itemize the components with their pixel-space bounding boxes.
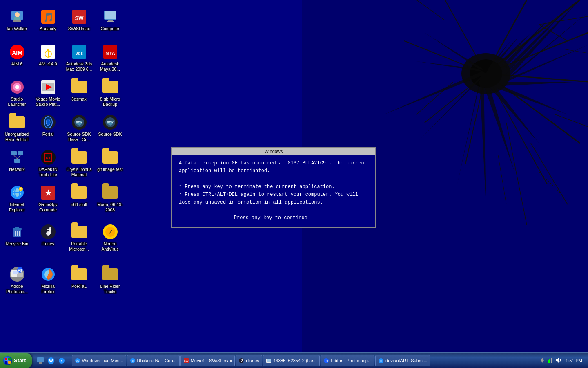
tray-expand-btn[interactable] [539,356,545,365]
svg-text:e: e [131,359,134,363]
svg-rect-97 [8,358,11,360]
icon-itunes[interactable]: iTunes [33,221,63,249]
ie-quick[interactable]: e [57,356,67,366]
svg-text:e: e [380,359,382,363]
taskbar-item-46385[interactable]: 46385_62854-2 (Re... [263,355,320,366]
svg-rect-98 [5,361,7,364]
windows-orb [3,356,12,365]
taskbar-item-movie1[interactable]: SW Movie1 - SWiSHmax [180,355,235,366]
desktop: Ian Walker AIM AIM 6 Studio Launcher [0,0,588,352]
icon-aim6[interactable]: AIM AIM 6 [2,41,32,70]
taskbar-item-windows-live[interactable]: W Windows Live Mes... [72,355,126,366]
taskbar-item-editor-photoshop[interactable]: Ps Editor - Photoshop... [321,355,374,366]
taskbar-item-itunes[interactable]: iTunes [236,355,262,366]
svg-text:3ds: 3ds [75,51,83,56]
icon-3dsmax-folder[interactable]: 3dsmax [64,76,94,105]
icon-network-label: Network [9,167,25,172]
icon-crysis-bonus[interactable]: Crysis Bonus Material [64,146,94,180]
icon-source-sdk-base-label: Source SDK Base - Or... [66,132,92,142]
icon-source-sdk-base[interactable]: SDK Source SDK Base - Or... [64,111,94,145]
icon-studio-launcher-label: Studio Launcher [4,96,30,107]
svg-text:e: e [20,187,22,191]
taskbar-item-rhiikoru[interactable]: e Rhiikoru-Na - Con... [127,355,180,366]
svg-rect-124 [548,360,549,363]
icon-autodesk-3ds-label: Autodesk 3ds Max 2009 6... [66,61,92,72]
svg-rect-54 [107,21,114,22]
bsod-line1: A fatal exception 0E has occurred at 013… [179,159,368,167]
icon-portable-ms[interactable]: Portable Microsof... [64,221,94,254]
icon-am-v14[interactable]: AM v14.0 [33,41,63,70]
taskbar-item-deviantart[interactable]: e deviantART: Submi... [375,355,430,366]
icon-mozilla-firefox[interactable]: Mozilla Firefox [33,263,63,297]
svg-text:SDK: SDK [76,121,82,124]
icon-internet-explorer[interactable]: e Internet Explorer [2,182,32,215]
taskbar-label-itunes: iTunes [246,358,259,363]
icon-daemon-tools[interactable]: DT DAEMON Tools Lite [33,146,63,180]
svg-point-25 [15,12,20,17]
icon-unorganized-halo-label: Unorganized Halo Schtuff [4,132,30,142]
system-tray: 1:51 PM [536,356,588,365]
svg-rect-60 [11,151,17,155]
icon-ian-walker[interactable]: Ian Walker [2,6,32,34]
bsod-line2: application will be terminated. [179,167,368,175]
tray-network-icon [547,357,553,364]
icon-audacity[interactable]: 🎵 Audacity [33,6,63,34]
icon-portable-ms-label: Portable Microsof... [66,241,92,251]
icon-studio-launcher[interactable]: Studio Launcher [2,76,32,110]
icon-recycle-bin[interactable]: Recycle Bin [2,221,32,249]
icon-n64-stuff[interactable]: n64 stuff [64,182,94,210]
svg-text:W: W [76,359,79,363]
icon-swishmax-label: SWiSHmax [68,26,90,31]
bsod-bullet2: * Press CTRL+ALT+DEL again to restart yo… [179,191,368,199]
taskbar-label-editor-photoshop: Editor - Photoshop... [331,358,372,363]
svg-rect-77 [15,227,19,228]
svg-rect-91 [13,271,18,274]
show-desktop-btn[interactable] [36,356,45,366]
svg-rect-100 [37,357,44,362]
icon-ian-walker-label: Ian Walker [7,26,27,31]
icon-norton[interactable]: ✓ Norton AntiVirus [95,221,125,254]
svg-text:e: e [60,359,62,363]
bsod-title-bar: Windows [172,148,375,155]
bsod-content: A fatal exception 0E has occurred at 013… [172,155,375,227]
windows-live-quick[interactable]: W [46,356,56,366]
icon-network[interactable]: Network [2,146,32,175]
icon-gamespy[interactable]: ★ GameSpy Comrade [33,182,63,215]
icon-moon[interactable]: Moon, 06-19-2008 [95,182,125,215]
svg-text:SW: SW [184,359,189,362]
icon-computer[interactable]: Computer [95,6,125,34]
bsod-bullet1: * Press any key to terminate the current… [179,183,368,191]
icon-autodesk-maya[interactable]: MYA Autodesk Maya 20... [95,41,125,74]
svg-rect-52 [105,11,116,19]
icon-photoshop-label: Adobe Photosho... [4,284,30,294]
icon-source-sdk[interactable]: SDK Source SDK [95,111,125,140]
svg-text:DT: DT [46,156,51,160]
svg-rect-125 [549,359,550,363]
svg-rect-96 [5,358,7,360]
svg-text:★: ★ [45,189,52,197]
icon-autodesk-3ds[interactable]: 3ds Autodesk 3ds Max 2009 6... [64,41,94,74]
clock-time: 1:51 PM [566,358,582,363]
svg-rect-118 [267,359,271,362]
icon-adobe-photoshop[interactable]: Ps Adobe Photosho... [2,263,32,297]
svg-text:W: W [49,359,53,363]
bsod-bullet3: lose any unsaved information in all appl… [179,199,368,206]
icon-itunes-label: iTunes [42,241,54,247]
bsod-dialog[interactable]: Windows A fatal exception 0E has occurre… [172,147,376,228]
taskbar-label-movie1: Movie1 - SWiSHmax [191,358,232,363]
icon-swishmax[interactable]: SW SWiSHmax [64,6,94,34]
icon-portal-folder-label: PoRTaL [71,284,87,289]
svg-text:SDK: SDK [107,121,114,124]
icon-8gb-micro[interactable]: 8 gb Micro Backup [95,76,125,110]
clock-display[interactable]: 1:51 PM [563,358,585,363]
icon-unorganized-halo[interactable]: Unorganized Halo Schtuff [2,111,32,145]
tray-volume-icon[interactable] [555,357,561,364]
svg-rect-126 [551,358,552,363]
icon-gif-image-test[interactable]: gif image test [95,146,125,175]
start-button[interactable]: Start [0,353,32,368]
icon-gamespy-label: GameSpy Comrade [35,202,61,212]
icon-vegas[interactable]: Vegas Movie Studio Plat... [33,76,63,110]
icon-portal-folder[interactable]: PoRTaL [64,263,94,292]
icon-portal[interactable]: Portal [33,111,63,140]
icon-line-rider[interactable]: Line Rider Tracks [95,263,125,297]
